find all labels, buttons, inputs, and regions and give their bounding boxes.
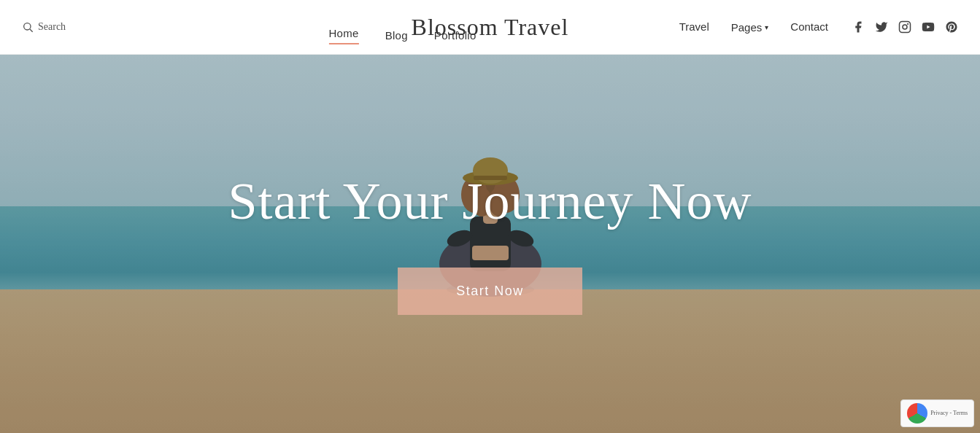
nav-item-travel[interactable]: Travel (679, 20, 709, 34)
recaptcha-badge: Privacy - Terms (900, 399, 974, 427)
svg-point-0 (24, 23, 31, 30)
chevron-down-icon: ▾ (765, 23, 768, 31)
search-label: Search (38, 21, 66, 33)
instagram-icon[interactable] (898, 20, 911, 34)
nav-item-home[interactable]: Home (328, 27, 358, 44)
pinterest-icon[interactable] (945, 20, 958, 34)
svg-line-1 (30, 29, 33, 32)
twitter-icon[interactable] (875, 20, 888, 34)
search-icon (22, 21, 34, 33)
nav-item-contact[interactable]: Contact (790, 20, 828, 34)
nav-link-travel[interactable]: Travel (679, 20, 709, 33)
hero-content: Start Your Journey Now Start Now (0, 55, 980, 433)
nav-link-contact[interactable]: Contact (790, 20, 828, 33)
social-icons (852, 20, 958, 34)
facebook-icon[interactable] (852, 20, 865, 34)
hero-section: Start Your Journey Now Start Now Privacy… (0, 55, 980, 433)
recaptcha-text: Privacy - Terms (930, 410, 968, 417)
site-header: Search Home Blog Portfolio Blossom Trave… (0, 0, 980, 55)
nav-link-pages[interactable]: Pages ▾ (731, 21, 769, 34)
site-logo[interactable]: Blossom Travel (412, 14, 569, 41)
hero-title: Start Your Journey Now (228, 173, 752, 230)
youtube-icon[interactable] (922, 20, 935, 34)
svg-rect-2 (900, 22, 911, 33)
recaptcha-logo (907, 403, 927, 424)
nav-item-blog[interactable]: Blog (385, 29, 408, 42)
svg-point-3 (903, 25, 907, 29)
start-now-button[interactable]: Start Now (398, 268, 582, 315)
right-nav-area: Travel Pages ▾ Contact (679, 20, 958, 34)
nav-item-pages[interactable]: Pages ▾ (731, 21, 769, 34)
svg-point-4 (908, 24, 908, 25)
search-area[interactable]: Search (22, 21, 66, 33)
nav-link-home[interactable]: Home (328, 27, 358, 39)
nav-link-blog[interactable]: Blog (385, 29, 408, 42)
